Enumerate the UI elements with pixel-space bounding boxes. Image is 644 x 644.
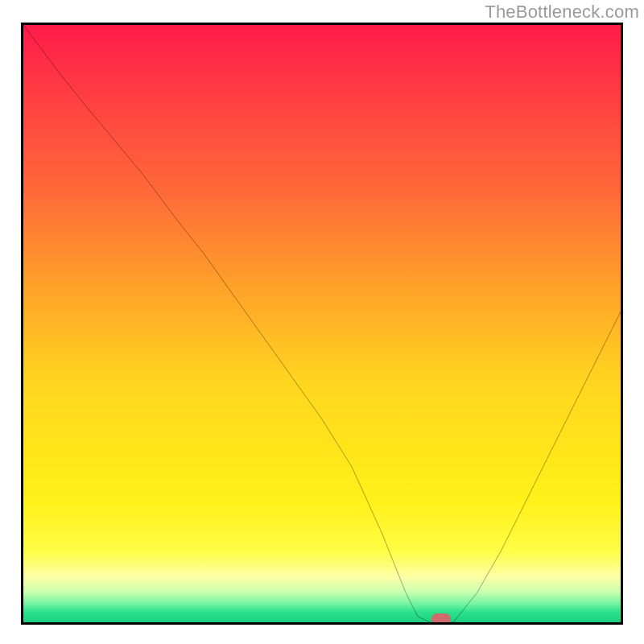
optimum-badge: [431, 613, 451, 625]
watermark-text: TheBottleneck.com: [485, 2, 639, 23]
plot-frame: [21, 23, 623, 625]
bottleneck-curve: [23, 25, 621, 622]
chart-container: TheBottleneck.com: [0, 0, 644, 644]
